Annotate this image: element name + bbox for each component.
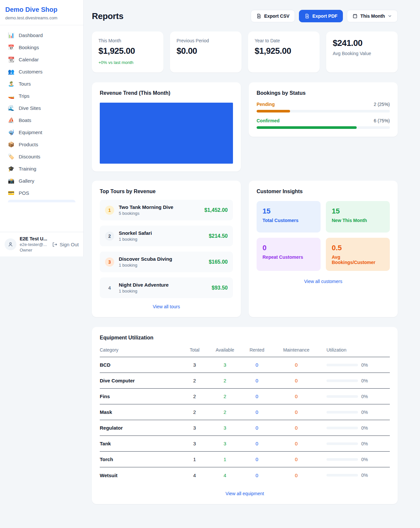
tour-amount: $93.50	[212, 285, 228, 291]
sidebar-item-reports-partial[interactable]	[8, 200, 75, 202]
table-row: Wetsuit 4 4 0 0 0%	[100, 467, 390, 483]
diving-mask-icon: 🤿	[8, 130, 14, 135]
stat-card-year-to-date: Year to Date $1,925.00	[248, 31, 320, 72]
bar-chart-icon: 📊	[8, 33, 14, 38]
equipment-maintenance: 0	[273, 378, 319, 383]
tile-total-customers: 15 Total Customers	[257, 201, 321, 233]
sidebar-item-label: Products	[19, 142, 38, 147]
tour-row: 2 Snorkel Safari 1 booking $214.50	[100, 226, 233, 246]
sidebar-item-dive-sites[interactable]: 🌊 Dive Sites	[4, 102, 79, 114]
sidebar-item-label: Equipment	[19, 130, 42, 135]
sidebar-item-products[interactable]: 📦 Products	[4, 138, 79, 151]
equipment-available: 2	[209, 378, 241, 383]
equipment-category: Fins	[100, 394, 180, 399]
logout-icon	[52, 242, 57, 247]
table-row: Mask 2 2 0 0 0%	[100, 404, 390, 420]
equipment-total: 2	[180, 378, 209, 383]
sidebar-item-calendar[interactable]: 📆 Calendar	[4, 53, 79, 66]
revenue-trend-title: Revenue Trend (This Month)	[100, 90, 233, 96]
status-row-pending: Pending 2 (25%)	[257, 102, 390, 112]
utilization-bar	[326, 395, 358, 398]
view-all-tours-link[interactable]: View all tours	[100, 298, 233, 309]
user-section: E2E Test U... e2e-tester@... Owner Sign …	[0, 232, 83, 256]
table-row: Dive Computer 2 2 0 0 0%	[100, 373, 390, 389]
sidebar-item-gallery[interactable]: 📸 Gallery	[4, 175, 79, 187]
export-csv-button[interactable]: Export CSV	[251, 10, 295, 22]
user-role: Owner	[20, 248, 47, 253]
main-content: Reports Export CSV Export PDF This Month	[92, 0, 398, 517]
progress-track	[257, 110, 390, 112]
sidebar-item-customers[interactable]: 👥 Customers	[4, 66, 79, 78]
shop-domain: demo.test.divestreams.com	[5, 15, 78, 20]
sidebar-item-pos[interactable]: 💳 POS	[4, 187, 79, 199]
insights-row: Top Tours by Revenue 1 Two Tank Morning …	[92, 181, 398, 317]
sidebar-item-boats[interactable]: ⛵ Boats	[4, 114, 79, 126]
tour-name: Two Tank Morning Dive	[119, 204, 173, 210]
user-icon	[8, 241, 13, 247]
tour-name: Snorkel Safari	[119, 230, 152, 236]
tour-bookings: 5 bookings	[119, 211, 173, 216]
equipment-maintenance: 0	[273, 457, 319, 462]
period-dropdown[interactable]: This Month	[347, 10, 398, 22]
people-icon: 👥	[8, 69, 14, 74]
equipment-maintenance: 0	[273, 441, 319, 446]
tour-bookings: 1 booking	[119, 237, 152, 242]
equipment-total: 2	[180, 409, 209, 415]
table-row: Torch 1 1 0 0 0%	[100, 452, 390, 467]
sidebar-item-label: Trips	[19, 93, 30, 99]
tile-label: Avg Bookings/Customer	[332, 254, 384, 265]
equipment-available: 2	[209, 394, 241, 399]
page-title: Reports	[92, 11, 123, 21]
page-header: Reports Export CSV Export PDF This Month	[92, 10, 398, 22]
sidebar-item-training[interactable]: 🎓 Training	[4, 163, 79, 175]
stat-card-previous-period: Previous Period $0.00	[170, 31, 242, 72]
tile-value: 0	[262, 244, 315, 252]
utilization-percent: 0%	[361, 394, 368, 399]
user-email: e2e-tester@...	[20, 242, 47, 247]
sidebar-item-discounts[interactable]: 🏷️ Discounts	[4, 151, 79, 163]
column-header-available: Available	[209, 347, 241, 353]
equipment-maintenance: 0	[273, 409, 319, 415]
tour-name: Discover Scuba Diving	[119, 256, 172, 262]
stat-card-this-month: This Month $1,925.00 +0% vs last month	[92, 31, 163, 72]
export-pdf-button[interactable]: Export PDF	[299, 10, 343, 22]
rank-badge: 4	[105, 283, 114, 293]
customer-insights-title: Customer Insights	[257, 189, 390, 194]
equipment-rented: 0	[241, 409, 273, 415]
status-label: Pending	[257, 102, 275, 107]
export-pdf-label: Export PDF	[312, 13, 337, 19]
brand-block: Demo Dive Shop demo.test.divestreams.com	[0, 0, 83, 25]
tile-label: Repeat Customers	[262, 254, 315, 260]
equipment-available: 4	[209, 473, 241, 478]
sidebar-item-bookings[interactable]: 📅 Bookings	[4, 41, 79, 53]
tour-amount: $165.00	[209, 259, 228, 265]
user-info: E2E Test U... e2e-tester@... Owner	[20, 236, 47, 253]
calendar-icon	[352, 13, 358, 19]
utilization-percent: 0%	[361, 410, 368, 415]
sidebar-item-trips[interactable]: 🚤 Trips	[4, 90, 79, 102]
rank-badge: 2	[105, 232, 114, 241]
top-tours-card: Top Tours by Revenue 1 Two Tank Morning …	[92, 181, 241, 317]
equipment-total: 3	[180, 362, 209, 368]
sidebar-item-equipment[interactable]: 🤿 Equipment	[4, 126, 79, 138]
tile-new-this-month: 15 New This Month	[326, 201, 390, 233]
view-all-customers-link[interactable]: View all customers	[257, 279, 390, 284]
equipment-category: BCD	[100, 362, 180, 368]
tile-value: 0.5	[332, 244, 384, 252]
stat-label: Year to Date	[255, 38, 313, 43]
sidebar-item-dashboard[interactable]: 📊 Dashboard	[4, 29, 79, 41]
equipment-rented: 0	[241, 378, 273, 383]
view-all-equipment-link[interactable]: View all equipment	[100, 491, 390, 496]
sidebar-nav: 📊 Dashboard 📅 Bookings 📆 Calendar 👥 Cust…	[0, 25, 83, 232]
tour-row: 4 Night Dive Adventure 1 booking $93.50	[100, 277, 233, 298]
sidebar-item-label: Training	[19, 166, 36, 172]
sidebar-item-label: Customers	[19, 69, 43, 74]
sign-out-button[interactable]: Sign Out	[52, 242, 79, 247]
status-label: Confirmed	[257, 118, 280, 123]
column-header-maintenance: Maintenance	[273, 347, 319, 353]
tour-bookings: 1 booking	[119, 263, 172, 268]
sidebar-item-tours[interactable]: 🏝️ Tours	[4, 78, 79, 90]
utilization-bar	[326, 379, 358, 382]
equipment-available: 2	[209, 409, 241, 415]
table-row: Regulator 3 3 0 0 0%	[100, 420, 390, 436]
